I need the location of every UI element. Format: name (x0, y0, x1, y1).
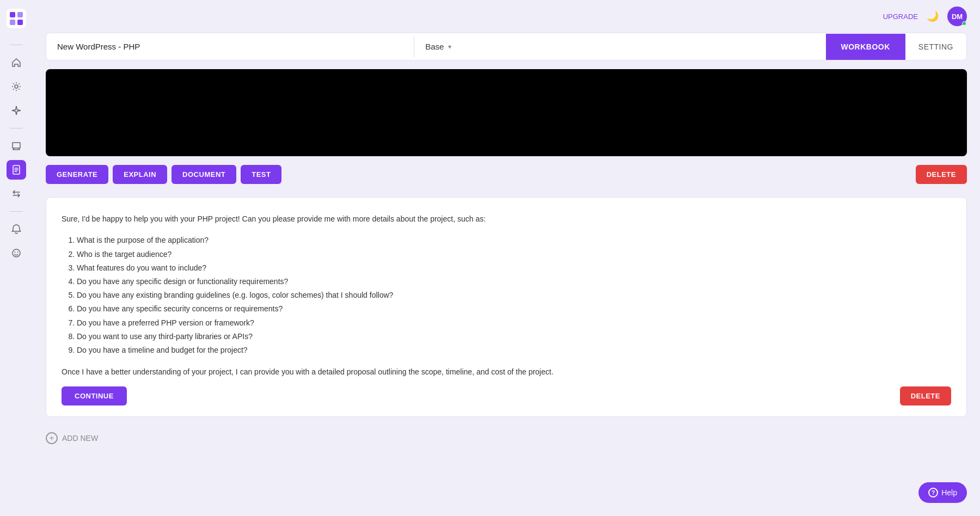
help-button[interactable]: ? Help (918, 482, 967, 503)
upgrade-link[interactable]: UPGRADE (883, 13, 918, 21)
svg-point-9 (17, 252, 19, 253)
list-item: What features do you want to include? (77, 261, 951, 275)
sidebar-item-emoji[interactable] (7, 243, 26, 263)
setting-button[interactable]: SETTING (905, 34, 966, 60)
response-intro: Sure, I'd be happy to help you with your… (62, 213, 951, 225)
base-selector[interactable]: Base ▾ (414, 33, 480, 60)
sidebar-item-workbook[interactable] (7, 160, 26, 180)
sidebar-item-magic[interactable] (7, 101, 26, 120)
response-card: Sure, I'd be happy to help you with your… (46, 197, 967, 417)
sidebar-item-home[interactable] (7, 53, 26, 72)
app-logo[interactable] (7, 9, 26, 28)
theme-toggle-icon[interactable]: 🌙 (927, 10, 939, 22)
svg-rect-4 (17, 20, 23, 25)
add-new-icon: + (46, 432, 58, 444)
response-outro: Once I have a better understanding of yo… (62, 366, 951, 378)
generate-button[interactable]: GENERATE (46, 165, 108, 184)
svg-rect-1 (10, 12, 15, 17)
explain-button[interactable]: EXPLAIN (113, 165, 167, 184)
svg-point-7 (13, 249, 20, 257)
document-button[interactable]: DOCUMENT (171, 165, 236, 184)
svg-rect-3 (10, 20, 15, 25)
help-icon: ? (928, 488, 938, 497)
sidebar-item-settings[interactable] (7, 77, 26, 96)
list-item: Do you have any specific security concer… (77, 302, 951, 316)
delete-button-top[interactable]: DELETE (916, 165, 967, 184)
response-list: What is the purpose of the application? … (62, 234, 951, 357)
list-item: Do you have a preferred PHP version or f… (77, 316, 951, 330)
project-header: Base ▾ WORKBOOK SETTING (46, 33, 967, 60)
list-item: Do you have any specific design or funct… (77, 275, 951, 288)
project-title-input[interactable] (46, 33, 414, 60)
sidebar-item-notifications[interactable] (7, 219, 26, 239)
base-label: Base (425, 42, 444, 51)
avatar[interactable]: DM (947, 7, 967, 26)
help-label: Help (941, 488, 957, 497)
list-item: Who is the target audience? (77, 248, 951, 261)
continue-button[interactable]: CONTINUE (62, 386, 127, 406)
delete-button-bottom[interactable]: DELETE (900, 386, 951, 406)
action-buttons-bar: GENERATE EXPLAIN DOCUMENT TEST DELETE (46, 165, 967, 184)
svg-point-5 (15, 85, 18, 88)
main-content: Base ▾ WORKBOOK SETTING GENERATE EXPLAIN… (33, 0, 980, 516)
divider-3 (10, 211, 23, 212)
list-item: Do you want to use any third-party libra… (77, 330, 951, 343)
topbar: UPGRADE 🌙 DM (870, 0, 980, 33)
sidebar-item-chat[interactable] (7, 136, 26, 156)
workbook-button[interactable]: WORKBOOK (826, 34, 905, 60)
list-item: Do you have a timeline and budget for th… (77, 343, 951, 357)
sidebar-item-transfer[interactable] (7, 184, 26, 204)
code-editor[interactable] (46, 69, 967, 156)
list-item: What is the purpose of the application? (77, 234, 951, 247)
add-new-section[interactable]: + ADD NEW (46, 428, 967, 449)
test-button[interactable]: TEST (241, 165, 281, 184)
online-indicator (962, 21, 966, 26)
response-actions: CONTINUE DELETE (62, 386, 951, 406)
add-new-label: ADD NEW (62, 434, 98, 443)
list-item: Do you have any existing branding guidel… (77, 288, 951, 302)
svg-point-8 (15, 252, 16, 253)
divider-2 (10, 128, 23, 128)
avatar-initials: DM (952, 13, 963, 21)
svg-rect-2 (17, 12, 23, 17)
sidebar (0, 0, 33, 516)
divider-1 (10, 45, 23, 45)
chevron-down-icon: ▾ (448, 43, 451, 51)
svg-rect-0 (7, 9, 26, 28)
